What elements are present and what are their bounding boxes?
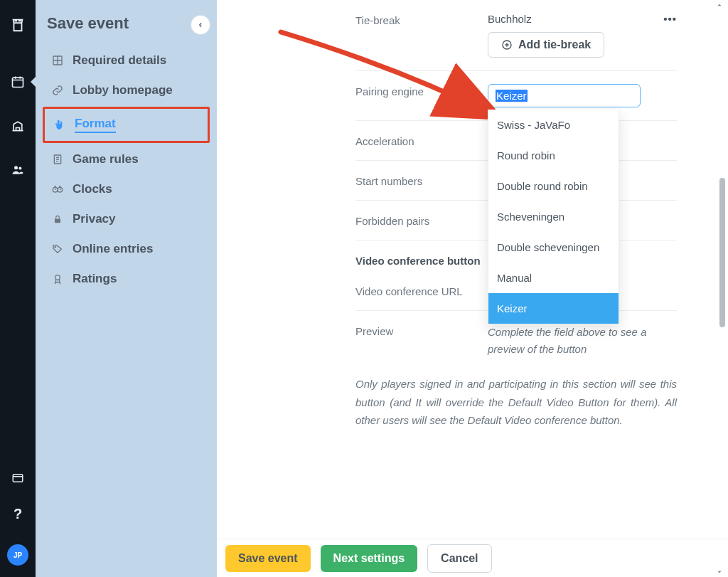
page-title: Save event <box>46 14 207 33</box>
link-icon <box>51 85 64 96</box>
sidebar-item-label: Format <box>75 117 116 133</box>
scroll-down-icon <box>716 568 723 576</box>
svg-point-6 <box>53 187 58 192</box>
next-settings-button[interactable]: Next settings <box>321 545 417 572</box>
video-note: Only players signed in and participating… <box>355 371 677 430</box>
sidebar-item-clocks[interactable]: Clocks <box>46 174 207 204</box>
sidebar-item-lobby-homepage[interactable]: Lobby homepage <box>46 75 207 105</box>
scroll-up-icon <box>716 1 723 9</box>
sidebar-item-label: Game rules <box>73 152 139 166</box>
clock-icon <box>51 184 64 195</box>
sidebar-item-required-details[interactable]: Required details <box>46 46 207 75</box>
building-icon <box>11 119 25 133</box>
add-tie-break-button[interactable]: Add tie-break <box>488 32 604 58</box>
sidebar-item-label: Ratings <box>73 272 117 286</box>
medal-icon <box>51 273 64 285</box>
svg-point-1 <box>14 166 18 169</box>
dropdown-option-round-robin[interactable]: Round robin <box>488 140 619 171</box>
annotation-highlight: Format <box>43 107 210 143</box>
svg-rect-8 <box>55 218 60 223</box>
sidebar-item-format[interactable]: Format <box>48 109 205 141</box>
svg-point-7 <box>58 187 63 192</box>
tag-icon <box>51 243 64 255</box>
pairing-engine-input[interactable]: Keizer <box>488 84 641 107</box>
save-event-button[interactable]: Save event <box>225 545 311 572</box>
dropdown-option-double-round-robin[interactable]: Double round robin <box>488 171 619 201</box>
sidebar-item-label: Required details <box>73 53 166 68</box>
main-panel: Tie-break Buchholz ••• Add tie-break Pai… <box>217 0 728 577</box>
avatar[interactable]: JP <box>7 544 28 566</box>
users-icon <box>11 163 25 177</box>
plus-circle-icon <box>501 39 513 51</box>
svg-point-9 <box>55 247 55 248</box>
dropdown-option-scheveningen[interactable]: Scheveningen <box>488 201 619 232</box>
hand-icon <box>53 120 66 131</box>
sidebar: Save event Required details Lobby homepa… <box>36 0 217 577</box>
window-icon <box>11 472 24 485</box>
rail-calendar[interactable] <box>0 64 36 100</box>
label-pairing-engine: Pairing engine <box>355 84 488 97</box>
svg-rect-3 <box>13 475 23 482</box>
sidebar-item-label: Lobby homepage <box>73 83 173 97</box>
chevron-left-icon <box>197 21 204 28</box>
icon-rail: ? JP <box>0 0 36 577</box>
pairing-engine-combobox[interactable]: Keizer Swiss - JaVaFo Round robin Double… <box>488 84 641 107</box>
row-tie-break: Tie-break Buchholz ••• Add tie-break <box>355 0 677 71</box>
sidebar-item-game-rules[interactable]: Game rules <box>46 144 207 174</box>
label-preview: Preview <box>355 324 488 337</box>
heading-video-conference-button: Video conference button <box>355 253 488 267</box>
label-tie-break: Tie-break <box>355 13 488 26</box>
question-icon: ? <box>14 506 22 522</box>
preview-hint: Complete the field above to see a previe… <box>488 324 677 358</box>
dropdown-option-swiss-javafo[interactable]: Swiss - JaVaFo <box>488 110 619 140</box>
label-video-url: Video conference URL <box>355 284 488 297</box>
sidebar-item-label: Privacy <box>73 212 116 226</box>
sidebar-item-label: Online entries <box>73 242 153 256</box>
document-icon <box>51 154 64 165</box>
cancel-button[interactable]: Cancel <box>427 544 491 573</box>
sidebar-item-ratings[interactable]: Ratings <box>46 264 207 294</box>
svg-rect-0 <box>13 78 23 87</box>
collapse-sidebar-button[interactable] <box>191 16 210 34</box>
calendar-icon <box>11 75 25 89</box>
label-acceleration: Acceleration <box>355 134 488 147</box>
svg-point-10 <box>55 275 60 280</box>
scrollbar-thumb[interactable] <box>719 178 725 327</box>
rail-window[interactable] <box>0 460 36 496</box>
label-start-numbers: Start numbers <box>355 174 488 187</box>
tie-break-menu-button[interactable]: ••• <box>663 13 677 25</box>
footer-actions: Save event Next settings Cancel <box>217 539 728 577</box>
pairing-engine-dropdown: Swiss - JaVaFo Round robin Double round … <box>488 110 619 324</box>
svg-point-2 <box>18 166 21 169</box>
rail-players[interactable] <box>0 152 36 188</box>
sidebar-item-label: Clocks <box>73 182 112 196</box>
form-content: Tie-break Buchholz ••• Add tie-break Pai… <box>355 0 690 430</box>
dropdown-option-keizer[interactable]: Keizer <box>488 293 619 324</box>
rail-venue[interactable] <box>0 108 36 144</box>
dropdown-option-double-scheveningen[interactable]: Double scheveningen <box>488 232 619 263</box>
row-pairing-engine: Pairing engine Keizer Swiss - JaVaFo Rou… <box>355 71 677 121</box>
lock-icon <box>51 213 64 225</box>
grid-icon <box>51 55 64 66</box>
rail-logo[interactable] <box>0 7 36 43</box>
tie-break-value: Buchholz <box>488 13 532 25</box>
label-forbidden-pairs: Forbidden pairs <box>355 213 488 227</box>
chess-tower-icon <box>10 17 26 33</box>
sidebar-item-privacy[interactable]: Privacy <box>46 204 207 234</box>
rail-help[interactable]: ? <box>0 496 36 531</box>
add-tie-break-label: Add tie-break <box>518 38 591 51</box>
vertical-scrollbar[interactable] <box>714 0 725 577</box>
dropdown-option-manual[interactable]: Manual <box>488 263 619 293</box>
sidebar-item-online-entries[interactable]: Online entries <box>46 234 207 264</box>
